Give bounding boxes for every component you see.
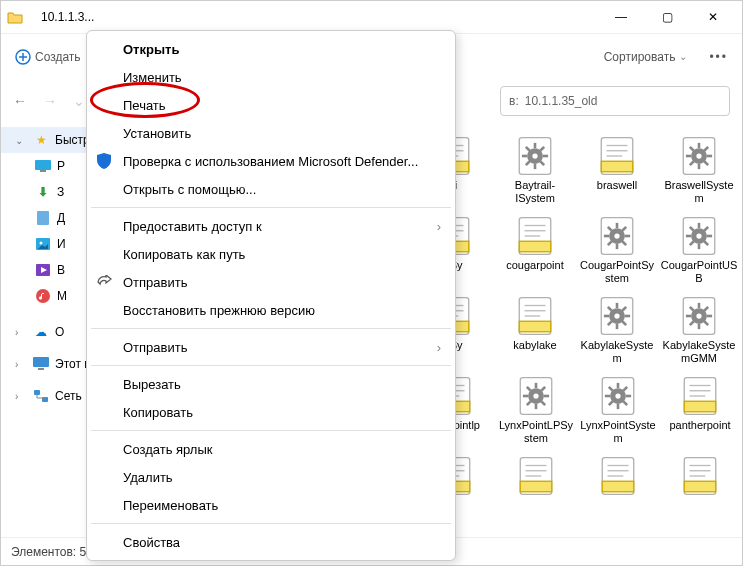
sidebar-item-label: Сеть <box>55 389 82 403</box>
svg-rect-29 <box>34 390 40 395</box>
more-button[interactable]: ••• <box>701 44 736 70</box>
context-menu-label: Копировать как путь <box>123 247 245 262</box>
file-item[interactable]: LynxPointLPSystem <box>495 373 577 453</box>
context-menu-item[interactable]: Восстановить прежнюю версию <box>87 296 455 324</box>
context-menu-item[interactable]: Установить <box>87 119 455 147</box>
inf-file-icon <box>679 375 721 417</box>
context-menu-item[interactable]: Переименовать <box>87 491 455 519</box>
context-menu-item[interactable]: Свойства <box>87 528 455 556</box>
plus-icon <box>15 49 31 65</box>
up-button[interactable]: ⌄ <box>73 93 85 109</box>
context-menu-item[interactable]: Отправить› <box>87 333 455 361</box>
context-menu-label: Открыть с помощью... <box>123 182 256 197</box>
file-item[interactable]: LynxPointSystem <box>577 373 659 453</box>
context-menu-label: Отправить <box>123 340 187 355</box>
file-name: kabylake <box>513 339 556 352</box>
sort-label: Сортировать <box>604 50 676 64</box>
chevron-right-icon: › <box>15 327 27 338</box>
shield-icon <box>95 152 113 170</box>
context-menu-item[interactable]: Проверка с использованием Microsoft Defe… <box>87 147 455 175</box>
video-icon <box>35 262 51 278</box>
file-item[interactable] <box>577 453 659 533</box>
context-menu-item[interactable]: Удалить <box>87 463 455 491</box>
svg-rect-20 <box>40 170 46 172</box>
file-item[interactable]: kabylake <box>494 293 576 373</box>
music-icon <box>35 288 51 304</box>
context-menu-item[interactable]: Вырезать <box>87 370 455 398</box>
gear-icon <box>678 135 720 177</box>
sidebar-item-label: О <box>55 325 64 339</box>
file-item[interactable]: CougarPointUSB <box>658 213 740 293</box>
chevron-right-icon: › <box>437 219 441 234</box>
close-button[interactable]: ✕ <box>690 1 736 33</box>
context-menu-label: Печать <box>123 98 166 113</box>
file-name: braswell <box>597 179 637 192</box>
file-item[interactable] <box>495 453 577 533</box>
sidebar-item-label: Р <box>57 159 65 173</box>
chevron-right-icon: › <box>437 340 441 355</box>
file-item[interactable]: KabylakeSystem <box>576 293 658 373</box>
new-button[interactable]: Создать <box>7 43 89 71</box>
download-icon: ⬇ <box>35 184 51 200</box>
svg-rect-27 <box>33 357 49 367</box>
context-menu-item[interactable]: Открыть <box>87 35 455 63</box>
inf-file-icon <box>514 295 556 337</box>
file-item[interactable] <box>659 453 741 533</box>
inf-file-icon <box>514 215 556 257</box>
file-item[interactable]: braswell <box>576 133 658 213</box>
file-item[interactable]: Baytrail-ISystem <box>494 133 576 213</box>
chevron-down-icon: ⌄ <box>679 51 687 62</box>
context-menu-item[interactable]: Копировать <box>87 398 455 426</box>
status-count: Элементов: 58 <box>11 545 93 559</box>
file-item[interactable]: cougarpoint <box>494 213 576 293</box>
file-name: KabylakeSystem <box>578 339 656 364</box>
sidebar-item-label: В <box>57 263 65 277</box>
context-menu: ОткрытьИзменитьПечатьУстановитьПроверка … <box>86 30 456 561</box>
context-menu-item[interactable]: Изменить <box>87 63 455 91</box>
context-menu-item[interactable]: Отправить <box>87 268 455 296</box>
svg-point-26 <box>36 289 50 303</box>
minimize-button[interactable]: ― <box>598 1 644 33</box>
address-prefix: в: <box>509 94 519 108</box>
context-menu-item[interactable]: Открыть с помощью... <box>87 175 455 203</box>
file-name: CougarPointUSB <box>660 259 738 284</box>
context-menu-label: Удалить <box>123 470 173 485</box>
file-item[interactable]: CougarPointSystem <box>576 213 658 293</box>
gear-icon <box>515 375 557 417</box>
sort-button[interactable]: Сортировать ⌄ <box>596 44 696 70</box>
file-explorer-window: 10.1.1.3... ― ▢ ✕ Создать Сортировать ⌄ … <box>0 0 743 566</box>
inf-file-icon <box>596 135 638 177</box>
svg-rect-21 <box>37 211 49 225</box>
address-search-box[interactable]: в: 10.1.1.35_old <box>500 86 730 116</box>
context-menu-separator <box>91 207 451 208</box>
context-menu-item[interactable]: Создать ярлык <box>87 435 455 463</box>
file-item[interactable]: KabylakeSystemGMM <box>658 293 740 373</box>
back-button[interactable]: ← <box>13 93 27 109</box>
context-menu-label: Восстановить прежнюю версию <box>123 303 315 318</box>
folder-icon <box>7 10 23 24</box>
file-name: CougarPointSystem <box>578 259 656 284</box>
context-menu-label: Отправить <box>123 275 187 290</box>
titlebar: 10.1.1.3... ― ▢ ✕ <box>1 1 742 33</box>
file-name: cougarpoint <box>506 259 564 272</box>
file-item[interactable]: BraswellSystem <box>658 133 740 213</box>
pc-icon <box>33 356 49 372</box>
maximize-button[interactable]: ▢ <box>644 1 690 33</box>
file-name: BraswellSystem <box>660 179 738 204</box>
context-menu-item[interactable]: Копировать как путь <box>87 240 455 268</box>
context-menu-label: Переименовать <box>123 498 218 513</box>
forward-button[interactable]: → <box>43 93 57 109</box>
context-menu-item[interactable]: Печать <box>87 91 455 119</box>
file-item[interactable]: pantherpoint <box>659 373 741 453</box>
file-name: LynxPointLPSystem <box>497 419 575 444</box>
context-menu-item[interactable]: Предоставить доступ к› <box>87 212 455 240</box>
context-menu-label: Свойства <box>123 535 180 550</box>
inf-file-icon <box>597 455 639 497</box>
chevron-right-icon: › <box>15 359 27 370</box>
context-menu-label: Вырезать <box>123 377 181 392</box>
document-icon <box>35 210 51 226</box>
file-name: Baytrail-ISystem <box>496 179 574 204</box>
sidebar-item-label: З <box>57 185 64 199</box>
desktop-icon <box>35 158 51 174</box>
window-title[interactable]: 10.1.1.3... <box>29 6 106 28</box>
